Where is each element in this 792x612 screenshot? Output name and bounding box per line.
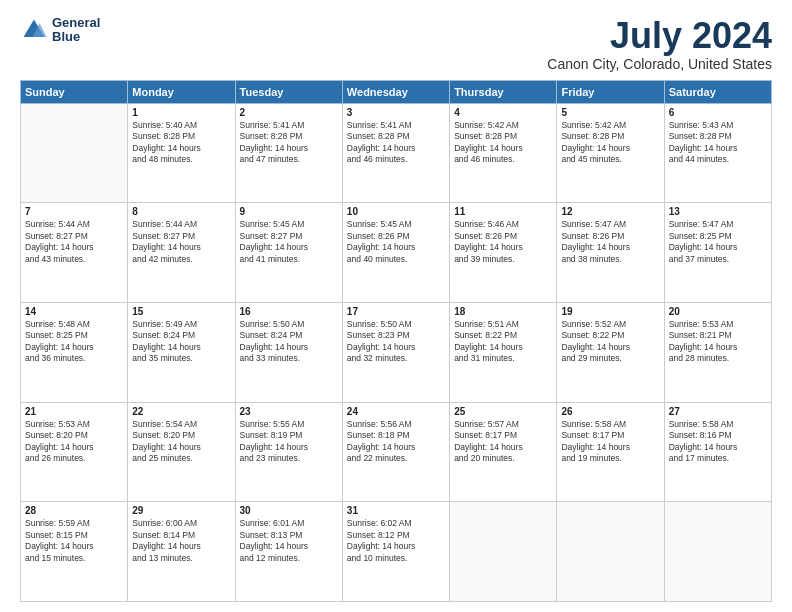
day-number: 21 bbox=[25, 406, 123, 417]
day-number: 6 bbox=[669, 107, 767, 118]
day-info: Sunrise: 6:02 AMSunset: 8:12 PMDaylight:… bbox=[347, 518, 445, 564]
calendar-cell: 15Sunrise: 5:49 AMSunset: 8:24 PMDayligh… bbox=[128, 302, 235, 402]
calendar-cell: 25Sunrise: 5:57 AMSunset: 8:17 PMDayligh… bbox=[450, 402, 557, 502]
day-info: Sunrise: 5:44 AMSunset: 8:27 PMDaylight:… bbox=[25, 219, 123, 265]
weekday-header: Thursday bbox=[450, 80, 557, 103]
header: General Blue July 2024 Canon City, Color… bbox=[20, 16, 772, 72]
day-info: Sunrise: 5:48 AMSunset: 8:25 PMDaylight:… bbox=[25, 319, 123, 365]
calendar-cell bbox=[450, 502, 557, 602]
weekday-header: Wednesday bbox=[342, 80, 449, 103]
calendar-cell: 27Sunrise: 5:58 AMSunset: 8:16 PMDayligh… bbox=[664, 402, 771, 502]
day-number: 29 bbox=[132, 505, 230, 516]
calendar-cell: 28Sunrise: 5:59 AMSunset: 8:15 PMDayligh… bbox=[21, 502, 128, 602]
weekday-header: Tuesday bbox=[235, 80, 342, 103]
calendar-cell: 11Sunrise: 5:46 AMSunset: 8:26 PMDayligh… bbox=[450, 203, 557, 303]
day-number: 28 bbox=[25, 505, 123, 516]
day-number: 18 bbox=[454, 306, 552, 317]
day-info: Sunrise: 5:56 AMSunset: 8:18 PMDaylight:… bbox=[347, 419, 445, 465]
main-title: July 2024 bbox=[547, 16, 772, 56]
day-info: Sunrise: 5:43 AMSunset: 8:28 PMDaylight:… bbox=[669, 120, 767, 166]
day-number: 10 bbox=[347, 206, 445, 217]
day-info: Sunrise: 6:01 AMSunset: 8:13 PMDaylight:… bbox=[240, 518, 338, 564]
calendar-cell: 24Sunrise: 5:56 AMSunset: 8:18 PMDayligh… bbox=[342, 402, 449, 502]
day-number: 25 bbox=[454, 406, 552, 417]
day-info: Sunrise: 5:54 AMSunset: 8:20 PMDaylight:… bbox=[132, 419, 230, 465]
calendar-cell: 31Sunrise: 6:02 AMSunset: 8:12 PMDayligh… bbox=[342, 502, 449, 602]
day-number: 9 bbox=[240, 206, 338, 217]
day-number: 17 bbox=[347, 306, 445, 317]
calendar-cell: 26Sunrise: 5:58 AMSunset: 8:17 PMDayligh… bbox=[557, 402, 664, 502]
calendar-cell: 16Sunrise: 5:50 AMSunset: 8:24 PMDayligh… bbox=[235, 302, 342, 402]
day-info: Sunrise: 5:47 AMSunset: 8:26 PMDaylight:… bbox=[561, 219, 659, 265]
day-info: Sunrise: 5:47 AMSunset: 8:25 PMDaylight:… bbox=[669, 219, 767, 265]
day-info: Sunrise: 5:41 AMSunset: 8:28 PMDaylight:… bbox=[240, 120, 338, 166]
day-info: Sunrise: 5:59 AMSunset: 8:15 PMDaylight:… bbox=[25, 518, 123, 564]
calendar-cell: 4Sunrise: 5:42 AMSunset: 8:28 PMDaylight… bbox=[450, 103, 557, 203]
calendar-cell: 3Sunrise: 5:41 AMSunset: 8:28 PMDaylight… bbox=[342, 103, 449, 203]
day-info: Sunrise: 5:57 AMSunset: 8:17 PMDaylight:… bbox=[454, 419, 552, 465]
calendar-cell bbox=[557, 502, 664, 602]
day-info: Sunrise: 5:46 AMSunset: 8:26 PMDaylight:… bbox=[454, 219, 552, 265]
day-number: 24 bbox=[347, 406, 445, 417]
calendar-cell: 2Sunrise: 5:41 AMSunset: 8:28 PMDaylight… bbox=[235, 103, 342, 203]
day-info: Sunrise: 5:55 AMSunset: 8:19 PMDaylight:… bbox=[240, 419, 338, 465]
calendar-cell bbox=[664, 502, 771, 602]
day-number: 27 bbox=[669, 406, 767, 417]
weekday-header: Monday bbox=[128, 80, 235, 103]
subtitle: Canon City, Colorado, United States bbox=[547, 56, 772, 72]
calendar-table: SundayMondayTuesdayWednesdayThursdayFrid… bbox=[20, 80, 772, 602]
day-info: Sunrise: 5:40 AMSunset: 8:28 PMDaylight:… bbox=[132, 120, 230, 166]
calendar-cell: 8Sunrise: 5:44 AMSunset: 8:27 PMDaylight… bbox=[128, 203, 235, 303]
day-info: Sunrise: 5:53 AMSunset: 8:21 PMDaylight:… bbox=[669, 319, 767, 365]
weekday-header: Friday bbox=[557, 80, 664, 103]
day-number: 1 bbox=[132, 107, 230, 118]
calendar-cell: 7Sunrise: 5:44 AMSunset: 8:27 PMDaylight… bbox=[21, 203, 128, 303]
day-info: Sunrise: 5:45 AMSunset: 8:27 PMDaylight:… bbox=[240, 219, 338, 265]
calendar-cell: 29Sunrise: 6:00 AMSunset: 8:14 PMDayligh… bbox=[128, 502, 235, 602]
day-number: 13 bbox=[669, 206, 767, 217]
day-info: Sunrise: 5:52 AMSunset: 8:22 PMDaylight:… bbox=[561, 319, 659, 365]
day-number: 4 bbox=[454, 107, 552, 118]
calendar-cell: 22Sunrise: 5:54 AMSunset: 8:20 PMDayligh… bbox=[128, 402, 235, 502]
day-number: 19 bbox=[561, 306, 659, 317]
day-number: 5 bbox=[561, 107, 659, 118]
calendar-cell: 5Sunrise: 5:42 AMSunset: 8:28 PMDaylight… bbox=[557, 103, 664, 203]
day-info: Sunrise: 6:00 AMSunset: 8:14 PMDaylight:… bbox=[132, 518, 230, 564]
calendar-cell: 23Sunrise: 5:55 AMSunset: 8:19 PMDayligh… bbox=[235, 402, 342, 502]
calendar-cell: 18Sunrise: 5:51 AMSunset: 8:22 PMDayligh… bbox=[450, 302, 557, 402]
calendar-cell: 12Sunrise: 5:47 AMSunset: 8:26 PMDayligh… bbox=[557, 203, 664, 303]
day-number: 31 bbox=[347, 505, 445, 516]
logo-text: General Blue bbox=[52, 16, 100, 45]
weekday-header: Saturday bbox=[664, 80, 771, 103]
day-number: 12 bbox=[561, 206, 659, 217]
day-number: 3 bbox=[347, 107, 445, 118]
logo-icon bbox=[20, 16, 48, 44]
title-block: July 2024 Canon City, Colorado, United S… bbox=[547, 16, 772, 72]
day-info: Sunrise: 5:53 AMSunset: 8:20 PMDaylight:… bbox=[25, 419, 123, 465]
day-info: Sunrise: 5:51 AMSunset: 8:22 PMDaylight:… bbox=[454, 319, 552, 365]
day-info: Sunrise: 5:50 AMSunset: 8:23 PMDaylight:… bbox=[347, 319, 445, 365]
day-info: Sunrise: 5:49 AMSunset: 8:24 PMDaylight:… bbox=[132, 319, 230, 365]
day-number: 2 bbox=[240, 107, 338, 118]
day-number: 20 bbox=[669, 306, 767, 317]
day-number: 14 bbox=[25, 306, 123, 317]
day-number: 11 bbox=[454, 206, 552, 217]
day-info: Sunrise: 5:58 AMSunset: 8:16 PMDaylight:… bbox=[669, 419, 767, 465]
calendar-cell: 20Sunrise: 5:53 AMSunset: 8:21 PMDayligh… bbox=[664, 302, 771, 402]
calendar-cell: 13Sunrise: 5:47 AMSunset: 8:25 PMDayligh… bbox=[664, 203, 771, 303]
calendar-cell: 21Sunrise: 5:53 AMSunset: 8:20 PMDayligh… bbox=[21, 402, 128, 502]
calendar-cell bbox=[21, 103, 128, 203]
day-number: 8 bbox=[132, 206, 230, 217]
calendar-cell: 14Sunrise: 5:48 AMSunset: 8:25 PMDayligh… bbox=[21, 302, 128, 402]
calendar-cell: 17Sunrise: 5:50 AMSunset: 8:23 PMDayligh… bbox=[342, 302, 449, 402]
day-number: 15 bbox=[132, 306, 230, 317]
calendar-cell: 30Sunrise: 6:01 AMSunset: 8:13 PMDayligh… bbox=[235, 502, 342, 602]
day-info: Sunrise: 5:58 AMSunset: 8:17 PMDaylight:… bbox=[561, 419, 659, 465]
day-number: 30 bbox=[240, 505, 338, 516]
day-number: 7 bbox=[25, 206, 123, 217]
day-number: 23 bbox=[240, 406, 338, 417]
day-info: Sunrise: 5:42 AMSunset: 8:28 PMDaylight:… bbox=[561, 120, 659, 166]
day-info: Sunrise: 5:44 AMSunset: 8:27 PMDaylight:… bbox=[132, 219, 230, 265]
calendar-cell: 10Sunrise: 5:45 AMSunset: 8:26 PMDayligh… bbox=[342, 203, 449, 303]
day-number: 16 bbox=[240, 306, 338, 317]
